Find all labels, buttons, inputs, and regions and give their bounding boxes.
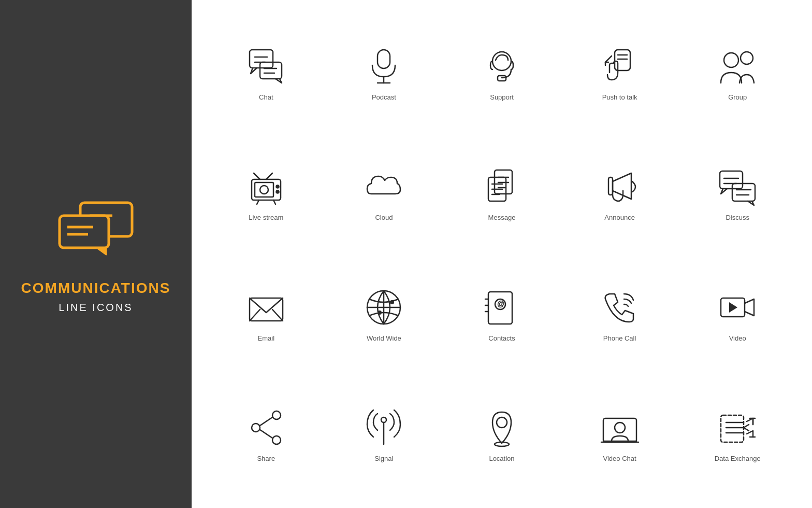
svg-line-25: [266, 173, 272, 179]
svg-rect-23: [255, 182, 273, 197]
icon-cell-group: Group: [684, 16, 791, 131]
support-icon: [481, 46, 523, 87]
icon-cell-live-stream: Live stream: [212, 136, 320, 252]
icon-cell-podcast: Podcast: [330, 16, 438, 131]
svg-rect-39: [720, 171, 743, 189]
svg-marker-60: [729, 302, 737, 313]
video-chat-icon: [599, 407, 641, 448]
svg-line-46: [250, 309, 260, 321]
email-label: Email: [258, 334, 275, 342]
icon-cell-chat: Chat: [212, 16, 320, 131]
svg-point-72: [615, 422, 625, 433]
group-icon: [717, 46, 758, 87]
phone-call-label: Phone Call: [603, 334, 636, 342]
video-label: Video: [729, 334, 746, 342]
phone-call-icon: [599, 287, 641, 328]
svg-rect-45: [250, 298, 283, 321]
data-exchange-icon: [717, 407, 758, 448]
data-exchange-label: Data Exchange: [715, 455, 761, 462]
location-icon: [481, 407, 523, 448]
group-label: Group: [728, 93, 747, 101]
discuss-label: Discuss: [726, 214, 749, 221]
svg-point-69: [495, 442, 509, 446]
live-stream-label: Live stream: [249, 214, 283, 221]
push-to-talk-icon: [599, 46, 641, 87]
svg-rect-42: [732, 184, 755, 201]
icon-cell-cloud: Cloud: [330, 136, 438, 252]
svg-rect-74: [721, 415, 744, 442]
contacts-label: Contacts: [488, 334, 515, 342]
svg-rect-6: [250, 50, 273, 68]
announce-label: Announce: [604, 214, 635, 221]
svg-rect-12: [378, 50, 390, 68]
world-wide-label: World Wide: [367, 334, 401, 342]
icon-cell-location: Location: [448, 377, 556, 493]
share-label: Share: [257, 455, 275, 462]
svg-rect-17: [615, 50, 630, 70]
logo: [54, 195, 137, 259]
icon-cell-message: Message: [448, 136, 556, 252]
message-label: Message: [488, 214, 516, 221]
svg-line-64: [260, 417, 272, 426]
contacts-icon: @: [481, 287, 523, 328]
svg-point-67: [381, 417, 386, 422]
svg-point-68: [497, 417, 507, 428]
sidebar-title: COMMUNICATIONS: [21, 280, 171, 297]
email-icon: [245, 287, 287, 328]
svg-rect-3: [60, 216, 109, 248]
world-wide-icon: [363, 287, 404, 328]
svg-line-26: [254, 173, 260, 179]
cloud-label: Cloud: [375, 214, 393, 221]
svg-point-30: [276, 191, 279, 193]
icon-cell-email: Email: [212, 257, 320, 372]
svg-point-63: [272, 436, 281, 444]
video-chat-label: Video Chat: [603, 455, 636, 462]
live-stream-icon: [245, 166, 287, 207]
location-label: Location: [489, 455, 514, 462]
icon-cell-world-wide: World Wide: [330, 257, 438, 372]
announce-icon: [599, 166, 641, 207]
icon-cell-contacts: @ Contacts: [448, 257, 556, 372]
icon-cell-announce: Announce: [566, 136, 674, 252]
signal-label: Signal: [374, 455, 393, 462]
svg-point-21: [741, 52, 753, 64]
podcast-label: Podcast: [372, 93, 396, 101]
svg-text:@: @: [497, 300, 504, 308]
svg-point-20: [724, 53, 738, 67]
svg-point-24: [260, 186, 268, 194]
icon-cell-signal: Signal: [330, 377, 438, 493]
chat-icon: [245, 46, 287, 87]
icon-cell-video-chat: Video Chat: [566, 377, 674, 493]
icon-cell-video: Video: [684, 257, 791, 372]
signal-icon: [363, 407, 404, 448]
podcast-icon: [363, 46, 404, 87]
svg-rect-53: [488, 292, 512, 324]
sidebar: COMMUNICATIONS LINE ICONS: [0, 0, 192, 508]
discuss-icon: [717, 166, 758, 207]
icon-cell-support: Support: [448, 16, 556, 131]
icons-grid: Chat Podcast: [212, 16, 791, 492]
cloud-icon: [363, 166, 404, 207]
icon-cell-push-to-talk: Push to talk: [566, 16, 674, 131]
icon-cell-phone-call: Phone Call: [566, 257, 674, 372]
push-to-talk-label: Push to talk: [602, 93, 637, 101]
svg-point-52: [378, 311, 382, 315]
icon-cell-share: Share: [212, 377, 320, 493]
main-content: Chat Podcast: [192, 0, 812, 508]
icon-cell-data-exchange: Data Exchange: [684, 377, 791, 493]
video-icon: [717, 287, 758, 328]
svg-point-29: [276, 186, 279, 188]
svg-rect-9: [260, 62, 282, 79]
message-icon: [481, 166, 523, 207]
svg-line-65: [260, 430, 272, 438]
chat-label: Chat: [259, 93, 273, 101]
icon-cell-discuss: Discuss: [684, 136, 791, 252]
svg-point-61: [252, 424, 260, 432]
svg-line-47: [272, 309, 283, 321]
share-icon: [245, 407, 287, 448]
sidebar-subtitle: LINE ICONS: [59, 302, 133, 314]
support-label: Support: [490, 93, 514, 101]
svg-point-51: [390, 300, 394, 304]
svg-point-62: [272, 411, 281, 419]
